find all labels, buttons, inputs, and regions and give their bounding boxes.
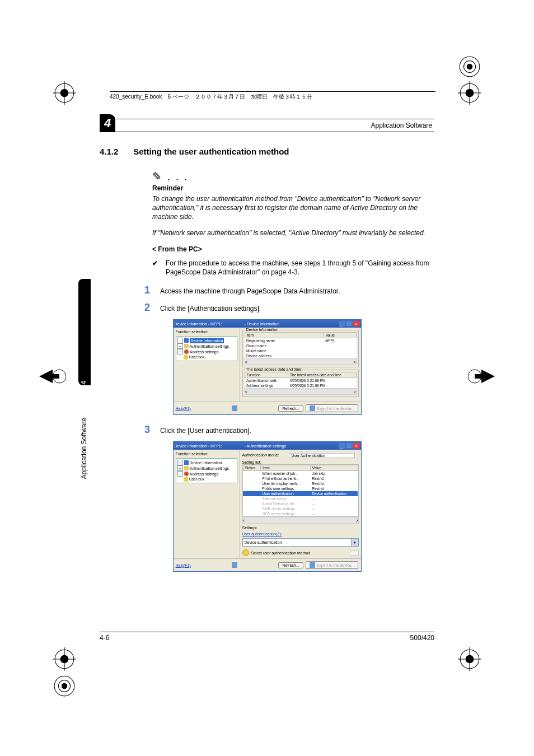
reg-mark-bottom-left — [53, 647, 76, 671]
win2-tree[interactable]: +Device information +Authentication sett… — [176, 458, 237, 483]
win1-t2-r2: Address settings — [245, 383, 288, 388]
win1-help-link[interactable]: Help(F1) — [176, 407, 191, 410]
expand-icon[interactable]: + — [177, 460, 183, 465]
win1-group2-title: The latest access date and time: — [245, 367, 304, 371]
folder-icon — [184, 344, 189, 348]
win1-left-label: Function selection: — [176, 330, 237, 334]
win1-t2-h1[interactable]: Function — [245, 372, 288, 378]
win1-t2-h2[interactable]: The latest access date and time — [288, 372, 356, 378]
tree-auth-settings[interactable]: Authentication settings — [190, 466, 229, 471]
win1-t1-h2[interactable]: Value — [324, 333, 356, 338]
step-3: 3 Click the [User authentication]. — [142, 424, 434, 436]
win1-t1-h1[interactable]: Item — [245, 333, 324, 338]
device-icon — [184, 460, 189, 465]
disk-icon[interactable] — [232, 405, 237, 411]
sc3-scrollbar[interactable]: <> — [242, 517, 359, 524]
footer-right: 500/420 — [410, 634, 434, 642]
user-auth-link[interactable]: User authentication(Z): — [242, 532, 359, 536]
side-tab — [78, 279, 91, 385]
list-item[interactable]: NDS server settings--- — [243, 511, 358, 516]
expand-icon[interactable]: + — [177, 471, 183, 477]
setting-listbox[interactable]: Status Item Value When number of job..Jo… — [242, 464, 359, 517]
list-item[interactable]: User authenticationDevice authentication — [243, 491, 358, 496]
svg-point-21 — [62, 683, 68, 689]
tree-device-info[interactable]: Device information — [190, 338, 224, 343]
svg-marker-23 — [39, 370, 59, 383]
reminder-para1: To change the user authentication method… — [152, 194, 434, 222]
refresh-button[interactable]: Refresh... — [278, 562, 303, 568]
reminder-icon: ✎ . . . — [152, 170, 434, 183]
expand-icon[interactable]: + — [177, 343, 183, 349]
sc2-scrollbar[interactable]: <> — [245, 388, 357, 395]
export-button[interactable]: Export to the device... — [306, 561, 359, 569]
tree-address-settings[interactable]: Address settings — [190, 472, 219, 477]
device-icon — [184, 338, 189, 343]
hint-text: Select user authentication method. — [251, 551, 312, 555]
tree-auth-settings[interactable]: Authentication settings — [190, 344, 229, 349]
dropdown-value: Device authentication — [243, 540, 351, 544]
list-item[interactable]: Public user settingsRestrict — [243, 486, 358, 491]
reminder-label: Reminder — [152, 184, 434, 192]
reg-mark-far-top — [458, 55, 481, 78]
bullet-row: ✔ For the procedure to access the machin… — [152, 259, 434, 277]
close-icon[interactable]: × — [353, 443, 360, 449]
sc1-scrollbar[interactable]: <> — [245, 358, 357, 365]
step-3-number: 3 — [142, 424, 150, 436]
userbox-icon — [184, 355, 188, 360]
export-icon — [310, 562, 315, 568]
expand-icon[interactable]: - — [177, 338, 183, 343]
close-icon[interactable]: × — [353, 321, 360, 326]
chevron-down-icon[interactable]: ▾ — [351, 539, 358, 546]
tree-device-info[interactable]: Device information — [190, 460, 222, 465]
expand-icon[interactable]: + — [177, 349, 183, 354]
win2-help-link[interactable]: Help(F1) — [176, 563, 191, 567]
heading-title: Setting the user authentication method — [133, 147, 289, 156]
ellipsis-button[interactable]: ... — [350, 550, 359, 556]
win1-t1-r4: Device address — [245, 353, 324, 358]
export-button[interactable]: Export to the device... — [306, 404, 359, 412]
list-h2[interactable]: Item — [261, 465, 311, 471]
chapter-badge: 4 — [100, 114, 115, 132]
address-icon — [184, 349, 189, 354]
reg-mark-top-left — [53, 81, 76, 105]
list-h3[interactable]: Value — [310, 465, 358, 471]
tree-address-settings[interactable]: Address settings — [190, 349, 219, 354]
minimize-icon[interactable]: _ — [339, 443, 345, 449]
win2-titlebar[interactable]: Device Information - MFP1: - Authenticat… — [174, 442, 361, 450]
minimize-icon[interactable]: _ — [339, 321, 345, 326]
auth-mode-label: Authentication mode: — [242, 453, 279, 458]
win1-t1-r1: Registering name — [245, 338, 324, 344]
page-footer: 4-6 500/420 — [100, 632, 434, 642]
svg-marker-25 — [475, 370, 495, 383]
win1-tree[interactable]: -Device information +Authentication sett… — [176, 336, 237, 361]
auth-method-dropdown[interactable]: Device authentication ▾ — [242, 538, 359, 547]
maximize-icon[interactable]: □ — [346, 321, 353, 326]
tree-user-box[interactable]: User box — [189, 477, 205, 482]
list-item[interactable]: User list display meth..Restrict — [243, 481, 358, 486]
tree-user-box[interactable]: User box — [189, 354, 205, 360]
disk-icon[interactable] — [232, 562, 237, 568]
heading-number: 4.1.2 — [100, 147, 131, 156]
win1-group1-title: Device information: — [245, 328, 281, 332]
auth-mode-value: User Authentication — [289, 453, 355, 458]
check-icon: ✔ — [152, 259, 158, 277]
maximize-icon[interactable]: □ — [346, 443, 353, 449]
step-2: 2 Click the [Authentication settings]. — [142, 302, 434, 314]
list-item[interactable]: When number of job..Job skip — [243, 471, 358, 477]
footer-left: 4-6 — [100, 634, 109, 642]
refresh-button[interactable]: Refresh... — [278, 405, 303, 412]
list-item[interactable]: Print without authenti..Restrict — [243, 476, 358, 481]
reg-mark-far-bottom — [53, 674, 76, 698]
step-1-number: 1 — [142, 284, 150, 296]
list-h1[interactable]: Status — [243, 465, 261, 471]
list-item[interactable]: Active Directory def..--- — [243, 501, 358, 506]
list-item[interactable]: External server--- — [243, 496, 358, 501]
userbox-icon — [184, 477, 188, 482]
folder-icon — [184, 466, 189, 470]
expand-icon[interactable]: + — [177, 465, 183, 471]
win1-titlebar[interactable]: Device Information - MFP1: - Device Info… — [174, 320, 361, 328]
reg-mark-bottom-right — [458, 647, 481, 671]
book-header-line: 420_security_E.book 6 ページ ２００７年３月７日 水曜日 … — [110, 91, 435, 101]
list-item[interactable]: SMB server settings--- — [243, 506, 358, 511]
setting-list-label: Setting list: — [242, 460, 359, 464]
